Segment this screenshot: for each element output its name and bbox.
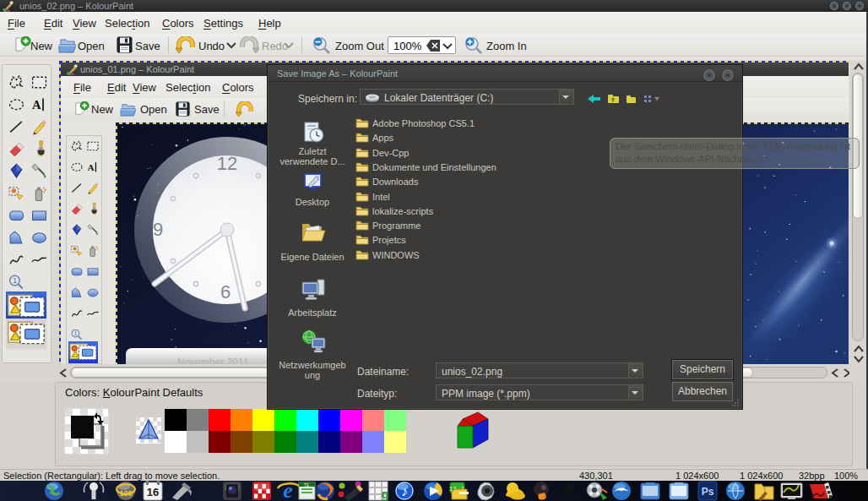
svg-text:12: 12	[217, 153, 237, 174]
svg-text:A: A	[88, 162, 95, 172]
svg-text:A: A	[32, 98, 41, 112]
svg-text:100: 100	[119, 489, 132, 498]
svg-text:9: 9	[153, 219, 163, 240]
svg-text:TS: TS	[304, 483, 309, 487]
svg-text:1: 1	[13, 276, 17, 285]
svg-text:November 2011: November 2011	[177, 357, 249, 364]
svg-text:g: g	[381, 487, 388, 501]
svg-text:Ps: Ps	[702, 486, 714, 498]
svg-text:1: 1	[74, 330, 78, 336]
svg-text:16: 16	[147, 486, 159, 498]
svg-text:♪: ♪	[401, 484, 408, 498]
svg-text:6: 6	[220, 281, 231, 302]
